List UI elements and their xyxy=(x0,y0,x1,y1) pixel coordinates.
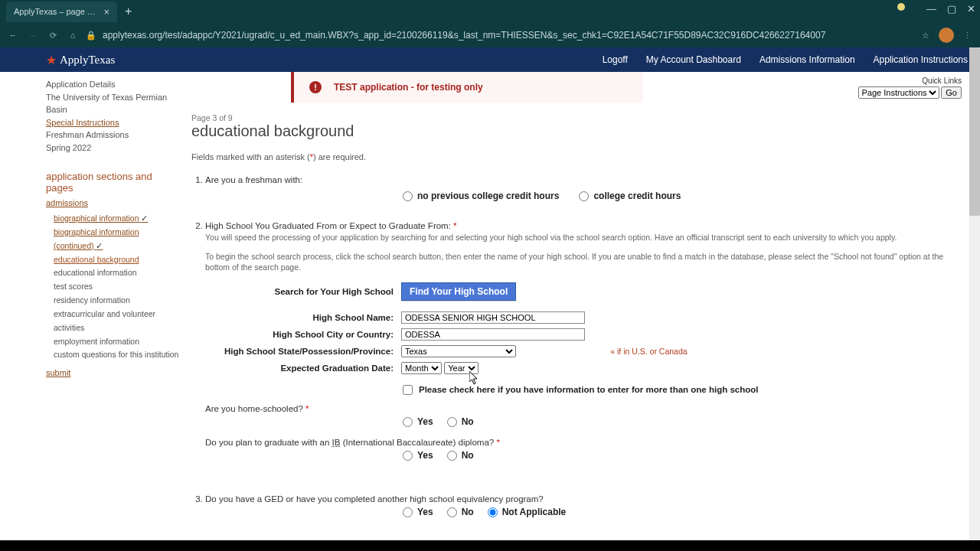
admissions-section-link[interactable]: admissions xyxy=(46,198,179,207)
alert-banner: ! TEST application - for testing only xyxy=(291,72,643,103)
nav-test-scores[interactable]: test scores xyxy=(54,280,179,294)
q2-subtext-1: You will speed the processing of your ap… xyxy=(205,232,965,243)
app-instructions-link[interactable]: Application Instructions xyxy=(874,54,968,65)
browser-tab[interactable]: ApplyTexas – page 3 educational × xyxy=(6,2,117,22)
required-hint: Fields marked with an asterisk (*) are r… xyxy=(191,152,965,161)
home-schooled-label: Are you home-schooled? * xyxy=(205,404,309,413)
hs-city-label: High School City or Country: xyxy=(207,327,397,342)
ged-na[interactable]: Not Applicable xyxy=(488,507,567,517)
hs-name-input[interactable] xyxy=(401,311,585,324)
nav-edu-bg[interactable]: educational background xyxy=(54,253,179,267)
home-button[interactable]: ⌂ xyxy=(66,28,80,42)
term-name: Spring 2022 xyxy=(46,142,179,155)
nav-edu-info[interactable]: educational information xyxy=(54,266,179,280)
page-title: educational background xyxy=(191,122,965,140)
check-icon: ✓ xyxy=(141,214,148,223)
nav-bio-cont[interactable]: biographical information (continued) ✓ xyxy=(54,226,179,253)
state-hint: « if in U.S. or Canada xyxy=(610,347,687,356)
q1-radio-a[interactable] xyxy=(403,191,413,201)
grad-date-label: Expected Graduation Date: xyxy=(207,360,397,376)
home-yes-radio[interactable] xyxy=(403,417,413,427)
menu-icon[interactable]: ⋮ xyxy=(960,28,974,42)
find-school-button[interactable]: Find Your High School xyxy=(401,282,516,301)
q1-opt-a[interactable]: no previous college credit hours xyxy=(403,191,559,201)
ib-no[interactable]: No xyxy=(447,450,474,461)
ged-yes[interactable]: Yes xyxy=(403,507,433,517)
admissions-info-link[interactable]: Admissions Information xyxy=(760,54,855,65)
alert-icon: ! xyxy=(309,81,322,93)
minimize-button[interactable]: — xyxy=(926,3,936,15)
sections-heading: application sections and pages xyxy=(46,171,179,194)
app-details-heading: Application Details xyxy=(46,78,179,91)
question-1: Are you a freshman with: no previous col… xyxy=(205,175,965,201)
grad-year-select[interactable]: Year xyxy=(444,362,479,374)
record-indicator xyxy=(897,3,905,11)
quick-links-select[interactable]: Page Instructions xyxy=(858,86,939,99)
home-yes[interactable]: Yes xyxy=(403,416,433,427)
hs-name-label: High School Name: xyxy=(207,310,397,325)
ib-yes-radio[interactable] xyxy=(403,451,413,461)
ib-yes[interactable]: Yes xyxy=(403,450,433,461)
scrollbar-thumb[interactable] xyxy=(969,47,980,216)
home-no[interactable]: No xyxy=(447,416,474,427)
special-instructions-link[interactable]: Special Instructions xyxy=(46,118,119,127)
lock-icon: 🔒 xyxy=(86,31,96,41)
tab-title: ApplyTexas – page 3 educational xyxy=(14,7,97,16)
home-no-radio[interactable] xyxy=(447,417,457,427)
hs-city-input[interactable] xyxy=(401,328,585,341)
forward-button[interactable]: → xyxy=(26,28,40,42)
close-window-button[interactable]: ✕ xyxy=(967,3,975,15)
logoff-link[interactable]: Logoff xyxy=(603,54,628,65)
ib-label: Do you plan to graduate with an IB (Inte… xyxy=(205,438,500,447)
grad-month-select[interactable]: Month xyxy=(401,362,442,374)
page-counter: Page 3 of 9 xyxy=(191,113,965,122)
quick-links-go[interactable]: Go xyxy=(941,86,962,99)
close-tab-icon[interactable]: × xyxy=(103,6,109,18)
ged-no[interactable]: No xyxy=(447,507,474,517)
q1-opt-b[interactable]: college credit hours xyxy=(579,191,681,201)
brand-logo[interactable]: ★ ApplyTexas xyxy=(46,53,115,67)
q2-subtext-2: To begin the school search process, clic… xyxy=(205,251,965,273)
hs-state-select[interactable]: Texas xyxy=(401,345,516,357)
star-icon: ★ xyxy=(46,53,57,67)
question-2: High School You Graduated From or Expect… xyxy=(205,221,965,461)
bottom-bar xyxy=(0,540,980,551)
hs-state-label: High School State/Possession/Province: xyxy=(207,344,397,359)
more-schools-checkbox[interactable] xyxy=(403,385,413,395)
maximize-button[interactable]: ▢ xyxy=(947,3,956,15)
alert-text: TEST application - for testing only xyxy=(334,82,483,93)
nav-employment[interactable]: employment information xyxy=(54,335,179,349)
search-label: Search for Your High School xyxy=(207,281,397,302)
brand-text: ApplyTexas xyxy=(60,54,115,67)
nav-bio[interactable]: biographical information ✓ xyxy=(54,212,179,226)
check-icon: ✓ xyxy=(96,241,103,250)
profile-avatar[interactable] xyxy=(939,28,954,43)
ged-no-radio[interactable] xyxy=(447,507,457,517)
q1-radio-b[interactable] xyxy=(579,191,589,201)
ged-yes-radio[interactable] xyxy=(403,507,413,517)
submit-section-link[interactable]: submit xyxy=(46,368,179,377)
question-3: Do you have a GED or have you completed … xyxy=(205,494,965,517)
back-button[interactable]: ← xyxy=(6,28,20,42)
nav-extracurricular[interactable]: extracurricular and volunteer activities xyxy=(54,308,179,335)
nav-residency[interactable]: residency information xyxy=(54,294,179,308)
program-name: Freshman Admissions xyxy=(46,129,179,142)
dashboard-link[interactable]: My Account Dashboard xyxy=(646,54,741,65)
ib-no-radio[interactable] xyxy=(447,451,457,461)
vertical-scrollbar[interactable] xyxy=(969,47,980,540)
quick-links-label: Quick Links xyxy=(858,77,962,85)
ged-na-radio[interactable] xyxy=(488,507,498,517)
university-name: The University of Texas Permian Basin xyxy=(46,91,179,116)
new-tab-button[interactable]: + xyxy=(125,5,132,18)
reload-button[interactable]: ⟳ xyxy=(46,28,60,42)
more-schools-label: Please check here if you have informatio… xyxy=(419,385,758,395)
nav-custom[interactable]: custom questions for this institution xyxy=(54,348,179,362)
address-bar[interactable]: applytexas.org/test/adappc/Y2021/ugrad/c… xyxy=(103,30,913,41)
bookmark-icon[interactable]: ☆ xyxy=(919,28,933,42)
